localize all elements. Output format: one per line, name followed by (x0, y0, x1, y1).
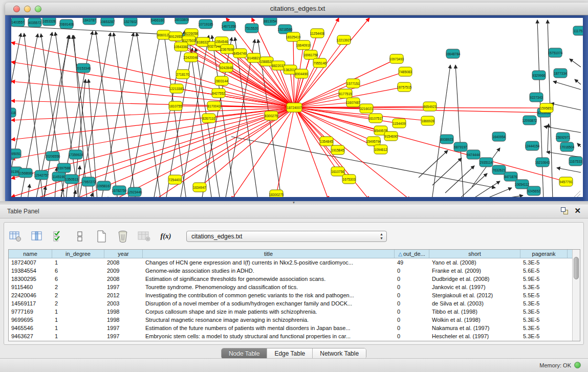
close-window-button[interactable] (13, 6, 20, 12)
graph-node-label: 12923446 (127, 190, 142, 194)
graph-node-label: 10543382 (174, 45, 189, 49)
table-cell: Nakamura et al. (1997) (429, 324, 520, 332)
zoom-window-button[interactable] (35, 6, 41, 12)
graph-node-label: 11568689 (18, 171, 33, 175)
graph-node-label: 16210643 (535, 161, 550, 164)
column-header-year[interactable]: year (104, 250, 143, 258)
float-panel-icon[interactable] (561, 207, 568, 214)
table-row[interactable]: 969969511998Structural magnetic resonanc… (9, 316, 572, 324)
tab-network-table[interactable]: Network Table (313, 348, 366, 359)
table-row[interactable]: 1872400712008Changes of HCN gene express… (9, 258, 572, 267)
table-panel-body: f(x) citations_edges.txt ▲▼ namein_degre… (0, 218, 588, 358)
graph-node-label: 18325419 (286, 35, 301, 39)
table-row[interactable]: 2242004622012Investigating the contribut… (9, 291, 572, 299)
graph-node-label: 1595851 (540, 106, 553, 110)
graph-node-label: 8267110 (203, 117, 215, 120)
tab-edge-table[interactable]: Edge Table (267, 348, 313, 359)
table-row[interactable]: 946554611997Estimation of the future num… (9, 324, 572, 332)
graph-node-label: 2718170 (176, 73, 189, 76)
memory-status-icon[interactable] (574, 362, 581, 368)
graph-node-label: 1354845 (320, 140, 333, 143)
table-scrollbar[interactable] (572, 250, 580, 341)
table-row[interactable]: 946362711997Embryonic stem cells: a mode… (9, 332, 572, 340)
graph-node-label: 8427552 (212, 92, 225, 95)
graph-node-label: 1554546 (215, 40, 228, 43)
table-cell: Investigating the contribution of common… (143, 291, 395, 299)
table-cell: 2 (52, 299, 104, 308)
select-rows-icon[interactable] (51, 229, 66, 244)
table-cell: 14569117 (9, 299, 52, 308)
tab-node-table[interactable]: Node Table (222, 348, 268, 359)
table-cell: 0 (395, 283, 429, 291)
table-cell: 9777169 (9, 308, 52, 316)
table-cell: 1997 (104, 283, 143, 291)
row-height-icon[interactable] (73, 229, 87, 244)
graph-node-label: 10973493 (389, 57, 404, 61)
graph-node-label: 1527602 (124, 20, 137, 24)
panel-divider[interactable]: ▾ (0, 201, 588, 205)
table-mode-icon[interactable] (8, 229, 23, 244)
graph-node-label: 7955146 (313, 61, 326, 65)
graph-node-label: 1810755 (169, 104, 182, 108)
table-cell: 6 (52, 267, 104, 275)
table-cell: Disruption of a novel member of a sodium… (143, 299, 395, 308)
graph-node-label: 1588520 (260, 60, 273, 63)
table-panel-header: Table Panel ✕ (0, 205, 588, 218)
column-header-pagerank[interactable]: pagerank (520, 250, 568, 258)
table-cell: Structural magnetic resonance image aver… (143, 316, 395, 324)
graph-node-label: 16033809 (175, 18, 189, 21)
graph-node-label: 11607487 (346, 101, 361, 104)
window-titlebar[interactable]: citations_edges.txt (5, 3, 588, 15)
graph-node-label: 19218586 (278, 28, 293, 31)
table-row[interactable]: 1830029562008Estimation of significance … (9, 275, 572, 283)
table-cell: 1 (52, 308, 104, 316)
create-column-icon[interactable] (94, 229, 108, 244)
graph-node-label: 1915845 (331, 148, 344, 152)
table-cell: Estimation of significance thresholds fo… (143, 275, 395, 283)
graph-node-label: 9227343 (530, 96, 543, 99)
table-row[interactable]: 911546021997Tourette syndrome. Phenomeno… (9, 283, 572, 291)
minimize-window-button[interactable] (24, 6, 31, 12)
column-header-short[interactable]: short (429, 250, 520, 258)
scrollbar-thumb[interactable] (574, 257, 579, 279)
graph-node-label: 9457791 (559, 180, 573, 184)
column-header-title[interactable]: title (143, 250, 395, 258)
table-row[interactable]: 977716911998Corpus callosum shape and si… (9, 308, 572, 316)
show-columns-icon[interactable] (30, 229, 44, 244)
close-panel-icon[interactable]: ✕ (574, 207, 581, 214)
table-cell: Dudbridge et al. (2008) (429, 275, 520, 283)
table-body: 1872400712008Changes of HCN gene express… (9, 258, 572, 340)
graph-node-label: 8912955 (169, 35, 182, 38)
column-header-out_de[interactable]: △out_de... (395, 250, 429, 258)
table-cell: Hescheler et al. (1997) (429, 332, 520, 340)
table-cell: 2003 (104, 299, 143, 308)
graph-node-label: 22420046 (184, 56, 199, 59)
table-cell: 5.6E-5 (520, 267, 568, 275)
table-cell: Yano et al. (2008) (429, 258, 520, 267)
divider-handle-icon[interactable]: ▾ (291, 201, 297, 204)
table-cell: 0 (395, 267, 429, 275)
delete-table-icon[interactable] (137, 229, 151, 244)
column-header-name[interactable]: name (9, 250, 52, 258)
network-canvas[interactable]: 1403557403557216533282069140618437871065… (11, 18, 583, 197)
resize-grip[interactable] (573, 191, 580, 197)
graph-node-label: 20691406 (59, 23, 74, 26)
function-builder-icon[interactable]: f(x) (159, 229, 173, 244)
column-header-in_degree[interactable]: in_degree (52, 250, 104, 258)
table-cell: 5.3E-5 (520, 324, 568, 332)
graph-node-label: 1866928 (421, 119, 434, 123)
graph-node-label: 1350513 (65, 178, 78, 181)
delete-column-icon[interactable] (116, 229, 130, 244)
graph-node-label: 16782759 (112, 189, 127, 192)
graph-node-label: 2803144 (215, 79, 228, 83)
graph-node-label: 1577151 (346, 82, 360, 85)
table-selector-combobox[interactable]: citations_edges.txt ▲▼ (186, 231, 387, 242)
graph-node-label: 8660123 (157, 33, 170, 37)
graph-node-label: 18300275 (269, 193, 284, 196)
table-cell: 5.3E-5 (520, 308, 568, 316)
table-row[interactable]: 1456911722003Disruption of a novel membe… (9, 299, 572, 308)
graph-node-label: 9474444 (467, 153, 480, 157)
graph-node-label: 9329966 (532, 74, 546, 77)
table-row[interactable]: 1938455462009Genome-wide association stu… (9, 267, 572, 275)
table-cell: 1998 (104, 316, 143, 324)
